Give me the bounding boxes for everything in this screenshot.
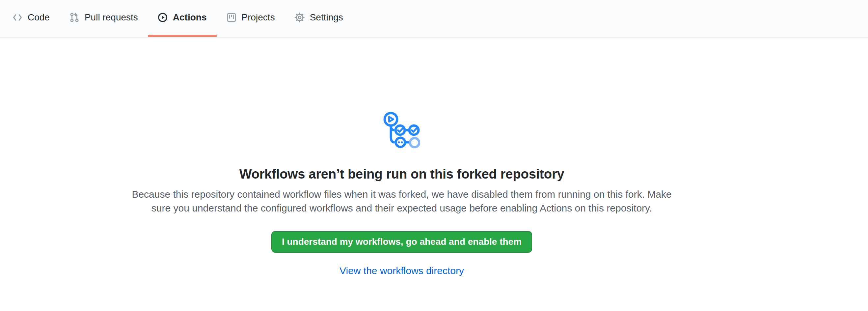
code-icon [12, 12, 22, 22]
tab-label: Pull requests [85, 12, 138, 23]
tab-label: Actions [173, 12, 207, 23]
tab-pull-requests[interactable]: Pull requests [60, 0, 148, 37]
tab-label: Settings [310, 12, 343, 23]
project-board-icon [226, 12, 237, 22]
blankslate-title: Workflows aren’t being run on this forke… [0, 167, 803, 182]
gear-icon [295, 12, 305, 22]
actions-disabled-blankslate: Workflows aren’t being run on this forke… [0, 37, 803, 276]
tab-actions[interactable]: Actions [148, 0, 217, 37]
repo-tab-nav: Code Pull requests Actions [0, 0, 868, 37]
tab-label: Code [28, 12, 50, 23]
play-circle-icon [158, 12, 167, 22]
view-workflows-link[interactable]: View the workflows directory [340, 265, 464, 276]
git-pull-request-icon [69, 12, 80, 22]
enable-workflows-button[interactable]: I understand my workflows, go ahead and … [271, 231, 532, 253]
tab-code[interactable]: Code [3, 0, 60, 37]
workflow-graph-icon [383, 111, 420, 150]
tab-settings[interactable]: Settings [285, 0, 353, 37]
tab-label: Projects [242, 12, 275, 23]
tab-projects[interactable]: Projects [217, 0, 285, 37]
blankslate-description: Because this repository contained workfl… [132, 187, 672, 215]
